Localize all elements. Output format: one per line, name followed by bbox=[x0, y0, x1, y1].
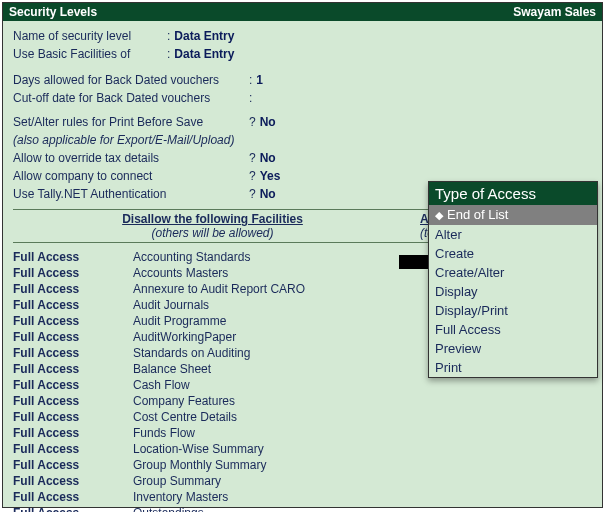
popup-item[interactable]: Display/Print bbox=[429, 301, 597, 320]
popup-item[interactable]: Print bbox=[429, 358, 597, 377]
facility-access: Full Access bbox=[13, 297, 133, 313]
days-label: Days allowed for Back Dated vouchers bbox=[13, 71, 245, 89]
facility-row[interactable]: Full AccessInventory Masters bbox=[13, 489, 592, 505]
facility-row[interactable]: Full AccessCompany Features bbox=[13, 393, 592, 409]
type-of-access-popup: Type of Access ◆End of ListAlterCreateCr… bbox=[428, 181, 598, 378]
facility-row[interactable]: Full AccessGroup Summary bbox=[13, 473, 592, 489]
print-note: (also applicable for Export/E-Mail/Uploa… bbox=[13, 131, 592, 149]
facility-row[interactable]: Full AccessOutstandings bbox=[13, 505, 592, 512]
tax-value[interactable]: No bbox=[260, 149, 276, 167]
facility-row[interactable]: Full AccessLocation-Wise Summary bbox=[13, 441, 592, 457]
name-label: Name of security level bbox=[13, 27, 163, 45]
facility-row[interactable]: Full AccessFunds Flow bbox=[13, 425, 592, 441]
disallow-heading: Disallow the following Facilities bbox=[122, 212, 303, 226]
facility-access: Full Access bbox=[13, 473, 133, 489]
facility-access: Full Access bbox=[13, 361, 133, 377]
popup-item[interactable]: Alter bbox=[429, 225, 597, 244]
popup-item[interactable]: Create bbox=[429, 244, 597, 263]
basic-label: Use Basic Facilities of bbox=[13, 45, 163, 63]
tallynet-value[interactable]: No bbox=[260, 185, 276, 203]
print-value[interactable]: No bbox=[260, 113, 276, 131]
facility-row[interactable]: Full AccessCost Centre Details bbox=[13, 409, 592, 425]
facility-access: Full Access bbox=[13, 313, 133, 329]
facility-access: Full Access bbox=[13, 329, 133, 345]
popup-item[interactable]: ◆End of List bbox=[429, 205, 597, 225]
popup-item[interactable]: Create/Alter bbox=[429, 263, 597, 282]
facility-access: Full Access bbox=[13, 457, 133, 473]
security-levels-window: Security Levels Swayam Sales Name of sec… bbox=[2, 2, 603, 508]
tax-label: Allow to override tax details bbox=[13, 149, 245, 167]
facility-access: Full Access bbox=[13, 377, 133, 393]
title-right: Swayam Sales bbox=[513, 5, 596, 19]
facility-name: Company Features bbox=[133, 393, 592, 409]
connect-label: Allow company to connect bbox=[13, 167, 245, 185]
connect-value[interactable]: Yes bbox=[260, 167, 281, 185]
facility-access: Full Access bbox=[13, 265, 133, 281]
facility-name: Funds Flow bbox=[133, 425, 592, 441]
facility-access: Full Access bbox=[13, 489, 133, 505]
facility-access: Full Access bbox=[13, 281, 133, 297]
facility-access: Full Access bbox=[13, 441, 133, 457]
facility-row[interactable]: Full AccessGroup Monthly Summary bbox=[13, 457, 592, 473]
facility-name: Location-Wise Summary bbox=[133, 441, 592, 457]
popup-title: Type of Access bbox=[429, 182, 597, 205]
facility-access: Full Access bbox=[13, 409, 133, 425]
facility-row[interactable]: Full AccessCash Flow bbox=[13, 377, 592, 393]
facility-access: Full Access bbox=[13, 393, 133, 409]
diamond-icon: ◆ bbox=[435, 209, 443, 221]
facility-name: Cost Centre Details bbox=[133, 409, 592, 425]
facility-name: Cash Flow bbox=[133, 377, 592, 393]
titlebar: Security Levels Swayam Sales bbox=[3, 3, 602, 21]
days-value[interactable]: 1 bbox=[256, 71, 263, 89]
facility-name: Group Summary bbox=[133, 473, 592, 489]
popup-item[interactable]: Display bbox=[429, 282, 597, 301]
print-label: Set/Alter rules for Print Before Save bbox=[13, 113, 245, 131]
facility-access: Full Access bbox=[13, 505, 133, 512]
name-value[interactable]: Data Entry bbox=[174, 27, 234, 45]
tallynet-label: Use Tally.NET Authentication bbox=[13, 185, 245, 203]
popup-item[interactable]: Preview bbox=[429, 339, 597, 358]
facility-access: Full Access bbox=[13, 249, 133, 265]
title-left: Security Levels bbox=[9, 5, 97, 19]
popup-item[interactable]: Full Access bbox=[429, 320, 597, 339]
facility-access: Full Access bbox=[13, 425, 133, 441]
facility-name: Outstandings bbox=[133, 505, 592, 512]
facility-access: Full Access bbox=[13, 345, 133, 361]
disallow-sub: (others will be allowed) bbox=[13, 226, 412, 240]
basic-value[interactable]: Data Entry bbox=[174, 45, 234, 63]
facility-name: Inventory Masters bbox=[133, 489, 592, 505]
cutoff-label: Cut-off date for Back Dated vouchers bbox=[13, 89, 245, 107]
facility-name: Group Monthly Summary bbox=[133, 457, 592, 473]
